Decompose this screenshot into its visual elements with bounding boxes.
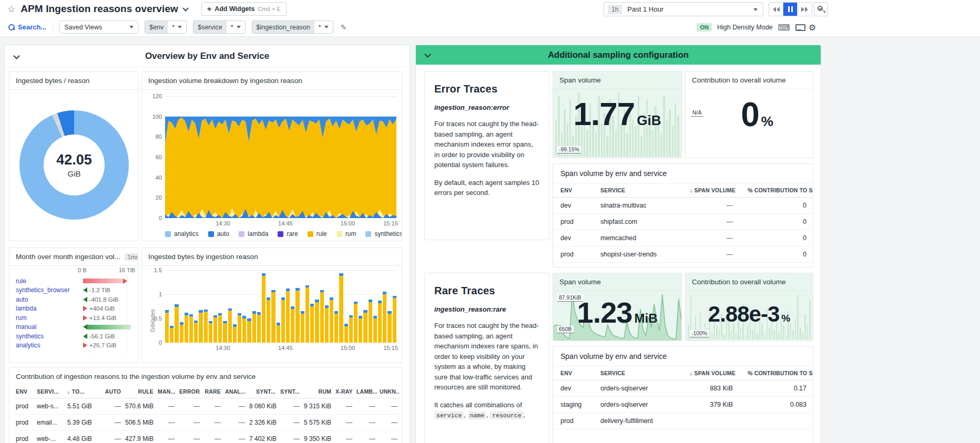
change-row[interactable]: auto-401.8 GiB <box>9 295 138 304</box>
legend-item[interactable]: synthetics <box>365 230 402 238</box>
template-variable-pill[interactable]: $env* <box>145 20 187 34</box>
legend-item[interactable]: rare <box>278 230 298 238</box>
time-pause-button[interactable] <box>783 3 798 16</box>
column-header[interactable]: % CONTRIBUTION TO SERV... <box>740 366 813 380</box>
title-chevron-down-icon[interactable] <box>182 5 188 11</box>
change-row[interactable]: rum+13.4 GiB <box>9 313 138 322</box>
time-range-selector[interactable]: 1h Past 1 Hour <box>604 2 763 16</box>
donut-chart[interactable]: 42.05 GiB <box>19 110 129 220</box>
saved-views-select[interactable]: Saved Views <box>59 20 138 34</box>
keyboard-shortcuts-icon[interactable]: ⌨ <box>778 23 790 33</box>
time-backward-button[interactable] <box>769 3 783 16</box>
zoom-out-button[interactable] <box>814 2 828 16</box>
search-control[interactable]: Search... <box>8 23 46 31</box>
column-header[interactable]: RULE <box>123 385 156 398</box>
column-header[interactable]: RUM <box>302 385 333 398</box>
column-header[interactable]: ANAL... <box>223 385 247 398</box>
table-row[interactable]: devmemcached—0 <box>553 230 813 246</box>
settings-gear-icon[interactable]: ⚙ <box>809 23 816 33</box>
collapse-chevron-icon[interactable] <box>424 51 431 58</box>
table-row[interactable]: prodshipfast.com—0 <box>553 214 813 230</box>
legend-item[interactable]: lambda <box>239 230 268 238</box>
template-variable-pill[interactable]: $service* <box>193 20 245 34</box>
table-row[interactable]: devorders-sqlserver883 KiB0.17 <box>553 380 813 397</box>
legend-swatch <box>239 231 244 237</box>
high-density-state-badge[interactable]: ON <box>697 23 712 32</box>
bar-body <box>228 311 232 343</box>
column-header[interactable]: ENV <box>553 366 593 380</box>
table-cell: 0 <box>740 230 813 246</box>
column-header[interactable]: ↓ SPAN VOLUME <box>682 183 740 198</box>
rewind-icon <box>773 7 776 12</box>
y-axis-tick: 100 <box>152 114 162 120</box>
x-axis-tick: 15:15 <box>383 345 398 351</box>
table-row[interactable]: proddelivery-fulfillment <box>553 413 813 429</box>
column-header[interactable]: RARE <box>202 385 223 398</box>
change-chart[interactable]: 0 B16 TiBrulesynthetics_browser-1.2 TiBa… <box>9 265 138 363</box>
y-axis-tick: 120 <box>152 93 162 99</box>
change-row[interactable]: rule <box>9 276 138 285</box>
table-cell: — <box>156 398 177 415</box>
table-cell: 427.9 MiB <box>123 431 156 443</box>
column-header[interactable]: ENV <box>553 183 593 198</box>
column-header[interactable]: ERROR <box>177 385 202 398</box>
left-group-header[interactable]: Overview by Env and Service <box>5 45 410 67</box>
add-widgets-button[interactable]: + Add Widgets Cmd + E <box>201 2 287 16</box>
variable-value: * <box>227 21 245 33</box>
bar-body <box>281 300 285 343</box>
table-header-row: ENVSERVICE↓ SPAN VOLUME% CONTRIBUTION TO… <box>553 366 813 380</box>
table-row[interactable]: prodweb-...4.48 GiB—427.9 MiB————7 402 K… <box>14 431 400 443</box>
bar-chart[interactable]: 00.511.514:3014:4515:0015:15 <box>165 270 396 343</box>
column-header[interactable]: SERVICE <box>593 366 682 380</box>
table-cell: — <box>333 398 354 415</box>
table-cell: 5 575 KiB <box>302 415 333 431</box>
right-group-header[interactable]: Additional sampling configuration <box>416 45 821 65</box>
change-row[interactable]: manual <box>9 323 138 332</box>
time-forward-button[interactable] <box>798 3 812 16</box>
query-value: 0 % <box>701 99 813 131</box>
bar <box>252 311 256 343</box>
change-row[interactable]: analytics+25.7 GiB <box>9 341 138 350</box>
column-header[interactable]: X-RAY <box>333 385 354 398</box>
x-axis-tick: 14:30 <box>216 220 230 226</box>
favorite-star-icon[interactable]: ☆ <box>7 4 15 15</box>
legend-item[interactable]: auto <box>208 230 229 238</box>
column-header[interactable]: ↓ SPAN VOLUME <box>682 366 740 380</box>
edit-variables-pencil-icon[interactable]: ✎ <box>341 23 347 32</box>
legend-item[interactable]: rule <box>308 230 327 238</box>
column-header[interactable]: ENV <box>14 385 35 398</box>
widget-ingestion-volume-breakdown: Ingestion volume breakdown by ingestion … <box>141 71 402 241</box>
table-row[interactable]: prodweb-s...5.51 GiB—570.6 MiB————8 060 … <box>14 398 400 415</box>
column-header[interactable]: SYNT... <box>278 385 302 398</box>
left-group-title: Overview by Env and Service <box>145 51 269 61</box>
column-header[interactable]: LAMB... <box>354 385 377 398</box>
column-header[interactable]: SERVICE <box>593 183 682 198</box>
area-chart[interactable]: 02040608010012014:3014:4515:0015:15 <box>165 96 396 218</box>
column-header[interactable]: ↓ TO... <box>65 385 101 398</box>
widget-error-span-volume: Span volume 1.77 GiB -99.15% <box>553 71 682 158</box>
column-header[interactable]: % CONTRIBUTION TO SERVI... <box>740 183 813 198</box>
table-row[interactable]: devsinatra-multivac—0 <box>553 198 813 214</box>
tv-mode-icon[interactable] <box>795 24 803 30</box>
column-header[interactable]: AUTO <box>101 385 123 398</box>
table-row[interactable]: prodemail...5.39 GiB—506.5 MiB————2 326 … <box>14 415 400 431</box>
legend-item[interactable]: rum <box>336 230 356 238</box>
sparkline-bar <box>802 333 804 340</box>
change-row[interactable]: synthetics_browser-1.2 TiB <box>9 286 138 295</box>
column-header[interactable]: MAN... <box>156 385 177 398</box>
legend-item[interactable]: analytics <box>165 230 199 238</box>
collapse-chevron-icon[interactable] <box>13 53 20 59</box>
template-variable-pill[interactable]: $ingestion_reason* <box>252 20 333 34</box>
change-row[interactable]: lambda+404 GiB <box>9 304 138 313</box>
bar-body <box>223 323 227 343</box>
table-row[interactable]: prodshopist-user-trends—0 <box>553 246 813 263</box>
bar <box>291 306 294 343</box>
table-row[interactable]: stagingorders-sqlserver379 KiB0.083 <box>553 397 813 413</box>
variable-value: * <box>314 21 333 33</box>
note-paragraph: For traces not caught by the head-based … <box>434 119 539 170</box>
column-header[interactable]: SERVI... <box>35 385 65 398</box>
column-header[interactable]: SYNT... <box>247 385 278 398</box>
column-header[interactable]: UNKN... <box>377 385 400 398</box>
change-row[interactable]: synthetics-56.1 GiB <box>9 332 138 341</box>
table-row[interactable]: devshipping-queue-redis—0 <box>553 263 813 268</box>
